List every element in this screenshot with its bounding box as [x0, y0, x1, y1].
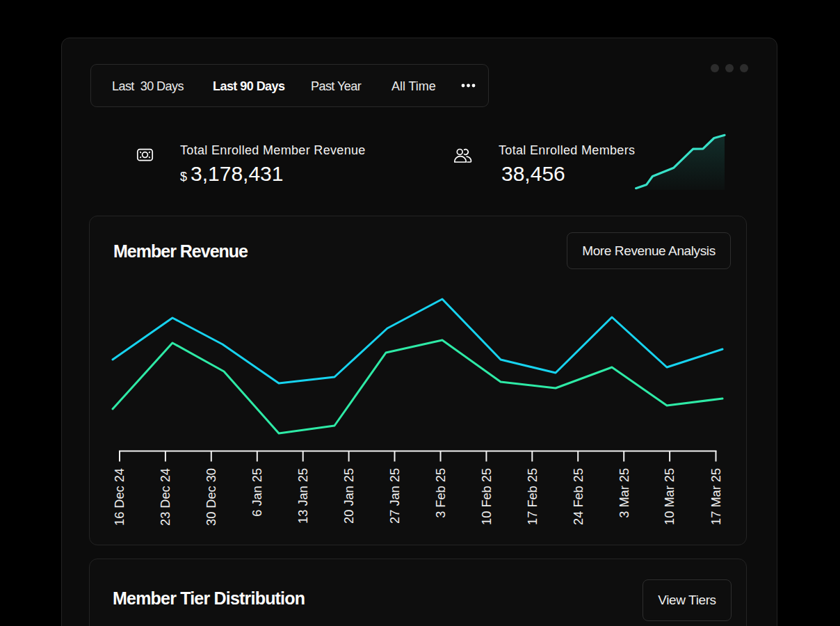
svg-text:10 Mar 25: 10 Mar 25 — [663, 468, 677, 525]
svg-text:24 Feb 25: 24 Feb 25 — [572, 468, 585, 525]
svg-text:23 Dec 24: 23 Dec 24 — [159, 468, 172, 526]
svg-text:3 Mar 25: 3 Mar 25 — [617, 468, 631, 518]
svg-text:16 Dec 24: 16 Dec 24 — [113, 468, 127, 526]
svg-text:30 Dec 30: 30 Dec 30 — [204, 468, 218, 526]
svg-text:20 Jan 25: 20 Jan 25 — [342, 468, 356, 524]
svg-text:13 Jan 25: 13 Jan 25 — [296, 468, 310, 524]
svg-text:17 Feb 25: 17 Feb 25 — [526, 468, 540, 525]
svg-text:10 Feb 25: 10 Feb 25 — [480, 468, 494, 525]
svg-text:27 Jan 25: 27 Jan 25 — [388, 468, 402, 524]
svg-text:17 Mar 25: 17 Mar 25 — [709, 468, 723, 525]
svg-text:6 Jan 25: 6 Jan 25 — [250, 468, 264, 517]
svg-text:3 Feb 25: 3 Feb 25 — [434, 468, 448, 518]
